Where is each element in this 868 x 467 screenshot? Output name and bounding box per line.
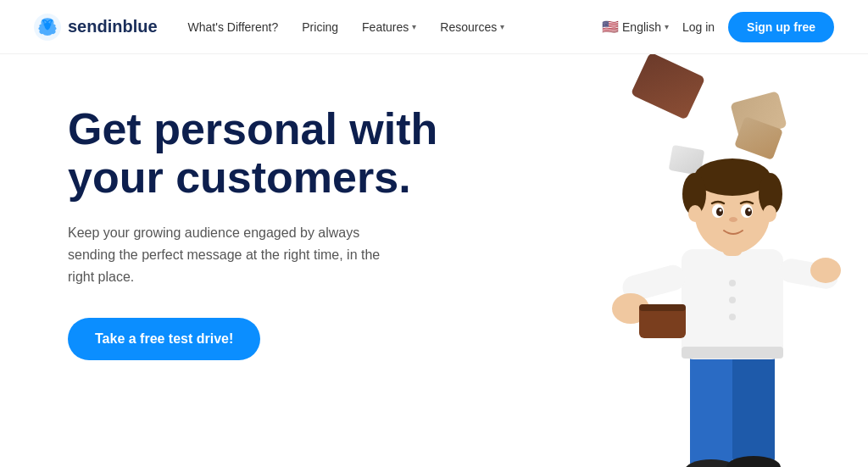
hero-section: Get personal with your customers. Keep y… xyxy=(0,54,868,467)
svg-point-9 xyxy=(729,314,736,320)
svg-point-26 xyxy=(748,209,751,212)
language-label: English xyxy=(622,20,661,34)
language-selector[interactable]: 🇺🇸 English ▾ xyxy=(602,19,669,35)
svg-rect-13 xyxy=(639,304,686,311)
svg-point-27 xyxy=(729,217,737,222)
nav-resources[interactable]: Resources ▾ xyxy=(440,20,504,34)
flag-icon: 🇺🇸 xyxy=(602,19,619,35)
svg-point-23 xyxy=(716,208,723,216)
svg-rect-6 xyxy=(682,347,783,359)
cta-button[interactable]: Take a free test drive! xyxy=(68,318,260,360)
hero-heading: Get personal with your customers. xyxy=(68,105,475,202)
character-illustration xyxy=(597,114,851,467)
nav-right: 🇺🇸 English ▾ Log in Sign up free xyxy=(602,12,834,42)
resources-dropdown-icon: ▾ xyxy=(500,22,504,31)
logo-link[interactable]: sendinblue xyxy=(34,14,158,41)
svg-rect-2 xyxy=(732,351,775,465)
hero-subtext: Keep your growing audience engaged by al… xyxy=(68,222,390,287)
svg-point-28 xyxy=(688,205,702,222)
nav-features[interactable]: Features ▾ xyxy=(362,20,416,34)
svg-point-25 xyxy=(720,209,722,212)
svg-point-15 xyxy=(810,258,841,283)
logo-text: sendinblue xyxy=(68,17,158,36)
svg-point-29 xyxy=(763,205,776,222)
svg-point-8 xyxy=(729,297,736,303)
logo-icon xyxy=(34,14,61,41)
svg-rect-1 xyxy=(690,351,732,467)
navbar: sendinblue What's Different? Pricing Fea… xyxy=(0,0,868,54)
hero-illustration xyxy=(461,54,868,467)
hero-content: Get personal with your customers. Keep y… xyxy=(68,97,475,360)
svg-point-24 xyxy=(745,208,752,216)
svg-rect-5 xyxy=(682,249,783,359)
language-dropdown-icon: ▾ xyxy=(665,22,669,31)
nav-pricing[interactable]: Pricing xyxy=(302,20,338,34)
nav-whats-different[interactable]: What's Different? xyxy=(188,20,279,34)
features-dropdown-icon: ▾ xyxy=(412,22,416,31)
floating-object-1 xyxy=(631,54,705,120)
svg-point-7 xyxy=(729,280,736,286)
nav-links: What's Different? Pricing Features ▾ Res… xyxy=(188,20,602,34)
signup-button[interactable]: Sign up free xyxy=(728,12,834,42)
login-link[interactable]: Log in xyxy=(682,20,715,34)
